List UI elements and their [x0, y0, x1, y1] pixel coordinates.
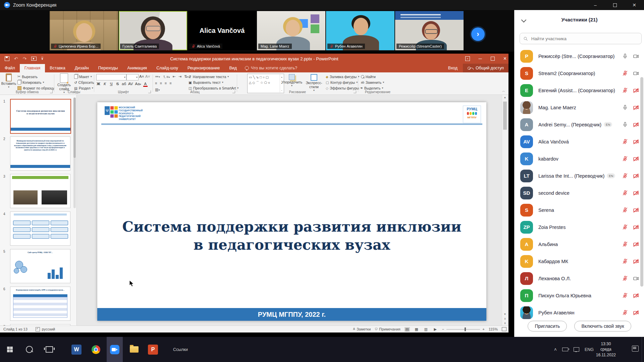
chevron-down-icon[interactable]: [521, 17, 527, 23]
tab-Анимация[interactable]: Анимация: [122, 64, 152, 72]
participant-row[interactable]: PРежиссёр (Stre... (Соорганизатор): [515, 48, 644, 65]
camera-icon[interactable]: [633, 70, 639, 76]
camera-off-icon[interactable]: [633, 224, 639, 230]
tell-me-box[interactable]: Что вы хотите сделать?: [241, 66, 301, 72]
participant-row[interactable]: SDsecond device: [515, 184, 644, 201]
taskbar-powerpoint-button[interactable]: P: [145, 337, 161, 362]
participant-row[interactable]: ZPZoia Prestes: [515, 219, 644, 236]
tab-Файл[interactable]: Файл: [0, 64, 20, 72]
scroll-down-icon[interactable]: ▼: [502, 313, 508, 316]
start-button[interactable]: [2, 337, 17, 362]
battery-icon[interactable]: [562, 348, 568, 351]
participant-row[interactable]: AVAlica Vančová: [515, 133, 644, 150]
reset-button[interactable]: ↺Сбросить: [74, 80, 94, 85]
layout-button[interactable]: Макет▾: [74, 74, 94, 79]
action-center-icon[interactable]: [632, 346, 639, 352]
slideshow-view-button[interactable]: ▶: [433, 327, 438, 331]
slide-sorter-view-button[interactable]: ▦: [414, 327, 419, 331]
strikethrough-button[interactable]: S: [115, 82, 120, 87]
participant-row[interactable]: ППискун Ольга Юрьевна: [515, 287, 644, 304]
taskbar-search-button[interactable]: [21, 337, 37, 362]
reading-view-button[interactable]: ▥: [423, 327, 429, 331]
increase-font-button[interactable]: A˄: [139, 74, 144, 78]
redo-button[interactable]: ↷: [23, 56, 27, 61]
tab-Вид[interactable]: Вид: [224, 64, 241, 72]
camera-off-icon[interactable]: [633, 190, 639, 196]
align-right-button[interactable]: ≡: [165, 81, 167, 85]
mic-muted-icon[interactable]: [622, 70, 628, 76]
show-hidden-icons-button[interactable]: ˄: [554, 347, 557, 352]
taskbar-explorer-button[interactable]: [126, 337, 142, 362]
font-name-combo[interactable]: ▾: [96, 74, 126, 80]
mic-muted-icon[interactable]: [622, 276, 628, 281]
mic-muted-icon[interactable]: [622, 258, 628, 264]
quick-styles-button[interactable]: Экспресс-стили▾: [304, 74, 324, 92]
change-case-button[interactable]: Аа▾: [135, 82, 141, 87]
share-button[interactable]: Общий доступ: [463, 64, 508, 72]
ribbon-display-options-button[interactable]: ˄: [465, 56, 470, 61]
thumbnails-scrollbar[interactable]: [73, 98, 76, 208]
camera-off-icon[interactable]: [633, 258, 639, 264]
mic-muted-icon[interactable]: [622, 224, 628, 230]
video-tile[interactable]: Режиссёр (StreamCaster): [395, 11, 464, 50]
shape-outline-button[interactable]: ▢Контур фигуры▾: [326, 80, 362, 85]
dialog-launcher-icon[interactable]: [148, 90, 151, 93]
zoom-level[interactable]: 115%: [489, 327, 498, 331]
align-text-button[interactable]: ▣Выровнять текст▾: [189, 80, 238, 85]
copy-button[interactable]: Копировать▾: [17, 80, 54, 85]
numbering-button[interactable]: ⒈≡▾: [163, 74, 170, 79]
camera-off-icon[interactable]: [633, 293, 639, 299]
taskbar-word-button[interactable]: W: [68, 337, 85, 362]
slide-area-scrollbar[interactable]: ▲ ▼ ⇞ ⇟: [502, 95, 508, 326]
video-tile[interactable]: Mag. Lane Maerz: [257, 11, 325, 50]
mic-icon[interactable]: [622, 105, 628, 110]
customize-qat-button[interactable]: ▾: [41, 57, 43, 61]
camera-off-icon[interactable]: [633, 139, 639, 145]
undo-button[interactable]: ↶: [14, 56, 18, 61]
invite-button[interactable]: Пригласить: [528, 321, 567, 331]
increase-indent-button[interactable]: ⇥: [178, 74, 181, 79]
mic-muted-icon[interactable]: [622, 310, 628, 315]
mic-muted-icon[interactable]: [622, 87, 628, 93]
close-button[interactable]: ✕: [625, 0, 644, 10]
cut-button[interactable]: ✂Вырезать: [17, 74, 54, 79]
save-button[interactable]: [5, 56, 9, 61]
line-spacing-button[interactable]: ⇅▾: [184, 74, 189, 79]
participant-row[interactable]: Mag. Lane Maerz: [515, 99, 644, 116]
mic-muted-icon[interactable]: [622, 139, 628, 144]
zoom-slider[interactable]: −+: [442, 327, 485, 331]
ppt-restore-button[interactable]: [491, 57, 495, 61]
italic-button[interactable]: К: [103, 82, 107, 87]
language-indicator[interactable]: русский: [42, 327, 55, 331]
select-button[interactable]: ⌖Выделить▾: [361, 85, 384, 90]
fit-to-window-icon[interactable]: [502, 327, 506, 331]
participant-row[interactable]: AАльбина: [515, 236, 644, 253]
taskbar-chrome-button[interactable]: [88, 337, 104, 362]
comments-button[interactable]: 🗩Примечания: [375, 327, 400, 331]
mic-muted-icon[interactable]: [622, 207, 628, 213]
mic-muted-icon[interactable]: [622, 190, 628, 196]
camera-icon[interactable]: [633, 53, 639, 59]
spellcheck-icon[interactable]: [36, 327, 40, 331]
participant-row[interactable]: LTLarissa the Int... (Переводчик)EN: [515, 167, 644, 184]
video-tile[interactable]: Цилюгина Ирина Бор...: [50, 11, 118, 50]
tab-Переходы[interactable]: Переходы: [94, 64, 123, 72]
tab-Главная[interactable]: Главная: [20, 64, 45, 72]
mic-muted-icon[interactable]: [622, 156, 628, 162]
participant-row[interactable]: SSerena: [515, 201, 644, 219]
taskbar-clock[interactable]: 13:30 среда 16.11.2022: [596, 337, 616, 362]
camera-off-icon[interactable]: [633, 105, 639, 111]
camera-icon[interactable]: [633, 276, 639, 282]
next-slide-button[interactable]: ⇟: [502, 322, 508, 325]
mic-muted-icon[interactable]: [622, 293, 628, 298]
text-direction-button[interactable]: ⇵Направление текста▾: [189, 74, 238, 79]
dialog-launcher-icon[interactable]: [50, 90, 53, 93]
camera-off-icon[interactable]: [633, 310, 639, 316]
video-tile[interactable]: Alica VančováAlica Vančová: [188, 11, 256, 50]
restore-button[interactable]: [605, 0, 625, 10]
participant-row[interactable]: Рубен Агавелян: [515, 304, 644, 321]
ppt-minimize-button[interactable]: ─: [479, 56, 482, 61]
slide-thumbnail-3[interactable]: [10, 174, 70, 208]
search-input[interactable]: [531, 36, 638, 42]
unmute-button[interactable]: Включить свой звук: [574, 321, 631, 331]
